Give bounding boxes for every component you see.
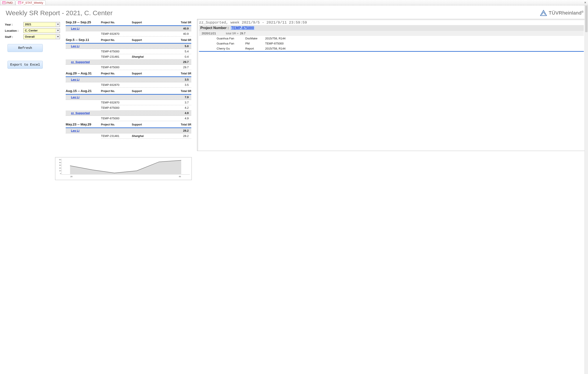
project-no: TEMP-875000 — [101, 106, 132, 109]
activity-ref: 2015/758, R144 — [265, 47, 582, 50]
row-total: 29.7 — [183, 66, 190, 69]
detail-row: TEMP-875000 4.9 — [101, 116, 191, 121]
export-excel-button[interactable]: Export to Excel — [8, 61, 43, 69]
week-range: May.23 -- May.29 — [66, 122, 101, 126]
activity-what: DocMake — [245, 37, 265, 40]
title-row: Weekly SR Report - 2021, C. Center TÜVRh… — [0, 5, 588, 19]
staff-total: 40.9 — [183, 27, 190, 30]
row-total: 40.9 — [183, 32, 190, 35]
staff-row: zz_Supported29.7 — [66, 60, 191, 65]
summary-label: total SR = — [226, 32, 239, 35]
activity-row: Cherry Gu Report 2015/758, R144 — [199, 46, 584, 51]
report-list: Sep.19 -- Sep.25 Project No. Support Tot… — [66, 19, 191, 139]
project-number-link[interactable]: TEMP-875000 — [231, 26, 254, 30]
chevron-down-icon — [56, 22, 60, 27]
activity-what: Report — [245, 47, 265, 50]
close-icon[interactable]: × — [584, 1, 586, 5]
form-icon — [2, 1, 6, 4]
chart-x-axis: 2646 — [62, 175, 190, 179]
project-no: TEMP-932870 — [101, 83, 132, 87]
row-total: 4.2 — [185, 106, 190, 109]
tab-label: F_STAT_Weekly — [22, 1, 43, 4]
detail-row: TEMP-231481 Shanghai 0.4 — [101, 54, 191, 60]
activity-row: Guanhua Fan DocMake 2015/758, R144 — [199, 36, 584, 41]
staff-link[interactable]: zz_Supported — [71, 111, 90, 115]
staff-row: Leo Li28.2 — [66, 128, 191, 133]
project-no: TEMP-932870 — [101, 101, 132, 104]
staff-combo[interactable]: Overall — [23, 34, 60, 39]
col-support: Support — [132, 123, 158, 126]
detail-row: TEMP-875000 4.2 — [101, 105, 191, 111]
detail-row: TEMP-875000 29.7 — [101, 65, 191, 70]
col-project: Project No. — [101, 72, 132, 75]
row-total: 3.5 — [185, 83, 190, 87]
week-range: Sep.19 -- Sep.25 — [66, 20, 101, 24]
staff-total: 28.2 — [183, 129, 190, 132]
summary-row: 2020/11/21 total SR = 29.7 — [199, 31, 584, 36]
staff-row: zz_Supported4.9 — [66, 111, 191, 116]
row-total: 4.9 — [185, 117, 190, 120]
col-total: Total SR — [171, 39, 191, 42]
staff-total: 4.9 — [185, 111, 190, 115]
combo-value: C. Center — [24, 28, 56, 33]
staff-link[interactable]: zz_Supported — [71, 60, 90, 64]
staff-link[interactable]: Leo Li — [71, 27, 79, 30]
project-no: TEMP-231481 — [101, 134, 132, 138]
project-no: TEMP-875000 — [101, 50, 132, 53]
staff-total: 3.5 — [185, 78, 190, 81]
detail-row: TEMP-932870 40.9 — [101, 31, 191, 37]
tab-pmd[interactable]: PMD — [0, 0, 15, 5]
activity-who: Guanhua Fan — [217, 42, 245, 45]
staff-link[interactable]: Leo Li — [71, 129, 79, 132]
activity-who: Guanhua Fan — [217, 37, 245, 40]
row-total: 28.2 — [183, 134, 190, 138]
year-combo[interactable]: 2021 — [23, 22, 60, 27]
detail-row: TEMP-932870 3.7 — [101, 100, 191, 105]
combo-value: Overall — [24, 35, 56, 39]
staff-row: Leo Li7.9 — [66, 95, 191, 100]
staff-label: Staff : — [5, 35, 23, 39]
row-total: 3.7 — [185, 101, 190, 104]
tab-fstat-weekly[interactable]: F_STAT_Weekly — [16, 0, 46, 5]
row-total: 5.4 — [185, 50, 190, 53]
week-range: Sep.5 -- Sep.11 — [66, 38, 101, 42]
summary-date: 2020/11/21 — [202, 32, 226, 35]
filter-panel: Year : 2021 Location : C. Center Staff :… — [5, 19, 60, 69]
staff-link[interactable]: Leo Li — [71, 78, 79, 81]
location-combo[interactable]: C. Center — [23, 28, 60, 33]
activity-who: Cherry Gu — [217, 47, 245, 50]
brand-text: TÜVRheinland — [549, 10, 582, 16]
col-support: Support — [132, 90, 158, 93]
location-label: Location : — [5, 29, 23, 32]
page-title: Weekly SR Report - 2021, C. Center — [6, 9, 113, 17]
col-support: Support — [132, 72, 158, 75]
project-no: TEMP-231481 — [101, 55, 132, 58]
detail-row: TEMP-231481 Shanghai 28.2 — [101, 133, 191, 139]
week-range: Aug.15 -- Aug.21 — [66, 89, 101, 93]
activity-what: PM — [245, 42, 265, 45]
scrollbar-thumb[interactable] — [585, 6, 588, 32]
staff-total: 29.7 — [183, 60, 190, 64]
support-loc: Shanghai — [132, 55, 158, 58]
vertical-scrollbar[interactable] — [585, 5, 588, 180]
form-icon — [18, 1, 21, 4]
pn-label: Project Number : — [200, 26, 229, 30]
detail-panel: zz_Supported, week 2021/9/5 - 2021/9/11 … — [197, 19, 586, 151]
triangle-icon — [540, 10, 547, 16]
detail-row: TEMP-932870 3.5 — [101, 82, 191, 88]
brand-logo: TÜVRheinland® — [540, 10, 584, 16]
divider — [199, 51, 584, 52]
col-project: Project No. — [101, 90, 132, 93]
project-number-row: Project Number : TEMP-875000 — [199, 25, 584, 31]
chevron-down-icon — [56, 28, 60, 33]
staff-link[interactable]: Leo Li — [71, 44, 79, 48]
col-support: Support — [132, 21, 158, 24]
refresh-button[interactable]: Refresh — [8, 44, 43, 52]
activity-ref: TEMP-875000 — [265, 42, 582, 45]
col-total: Total SR — [171, 123, 191, 126]
row-total: 0.4 — [185, 55, 190, 58]
col-total: Total SR — [171, 72, 191, 75]
staff-link[interactable]: Leo Li — [71, 96, 79, 99]
chart-y-axis: 50403020100 — [57, 159, 61, 175]
col-project: Project No. — [101, 123, 132, 126]
